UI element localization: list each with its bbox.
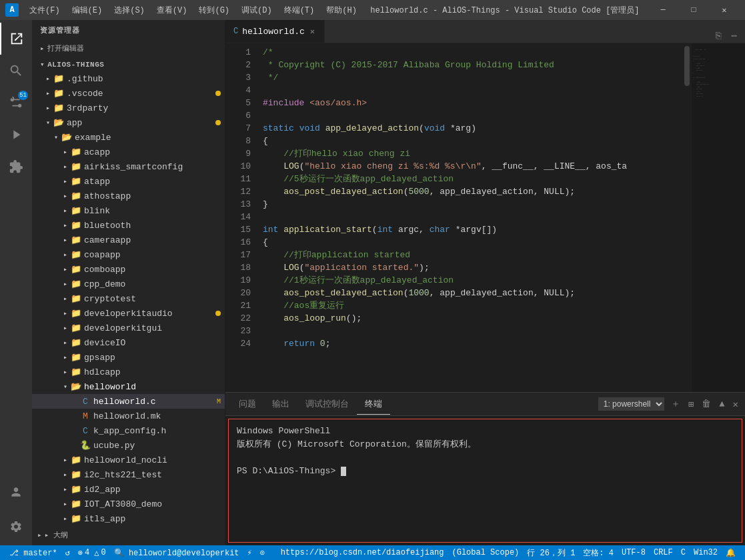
encoding-status[interactable]: UTF-8 <box>618 545 650 560</box>
sidebar-item-cpp-demo[interactable]: ▸ 📁 cpp_demo <box>32 277 225 291</box>
menu-select[interactable]: 选择(S) <box>109 3 150 17</box>
sidebar-item-vscode[interactable]: ▸ 📁 .vscode <box>32 86 225 101</box>
sidebar-item-i2c[interactable]: ▸ 📁 i2c_hts221_test <box>32 467 225 482</box>
sidebar-item-acapp[interactable]: ▸ 📁 acapp <box>32 145 225 159</box>
sidebar-item-3rdparty[interactable]: ▸ 📁 3rdparty <box>32 101 225 115</box>
errors-status[interactable]: ⊗ 4 △ 0 <box>74 545 110 560</box>
more-actions-button[interactable]: ⋯ <box>729 29 740 43</box>
kill-terminal-button[interactable]: 🗑 <box>700 397 712 411</box>
folder-icon: 📁 <box>71 499 81 509</box>
close-button[interactable]: ✕ <box>709 0 740 20</box>
sidebar-item-airkiss[interactable]: ▸ 📁 airkiss_smartconfig <box>32 159 225 174</box>
sidebar-item-helloworld-c[interactable]: ▸ C helloworld.c M <box>32 394 225 409</box>
eol-status[interactable]: CRLF <box>650 545 677 560</box>
menu-terminal[interactable]: 终端(T) <box>279 3 320 17</box>
sidebar-item-k-app-config[interactable]: ▸ C k_app_config.h <box>32 423 225 438</box>
sidebar-item-cryptotest[interactable]: ▸ 📁 cryptotest <box>32 291 225 306</box>
tab-terminal[interactable]: 终端 <box>357 394 390 415</box>
extensions-activity-icon[interactable] <box>0 151 32 183</box>
sidebar-item-helloworld-mk[interactable]: ▸ M helloworld.mk <box>32 409 225 423</box>
menu-debug[interactable]: 调试(D) <box>236 3 277 17</box>
scrollbar-thumb[interactable] <box>684 46 690 86</box>
tab-debug-console[interactable]: 调试控制台 <box>297 394 357 415</box>
scope-status[interactable]: (Global Scope) <box>448 545 524 560</box>
sidebar-item-athostapp[interactable]: ▸ 📁 athostapp <box>32 189 225 203</box>
search-label: 🔍 helloworld@developerkit <box>114 548 239 558</box>
dirty-indicator <box>215 120 221 125</box>
blog-url-status[interactable]: https://blog.csdn.net/diaofeijiang <box>277 545 448 560</box>
activity-bar: 51 <box>0 20 32 545</box>
sidebar-item-itls[interactable]: ▸ 📁 itls_app <box>32 511 225 526</box>
git-branch-status[interactable]: ⎇ master* <box>5 545 61 560</box>
split-editor-button[interactable]: ⎘ <box>713 29 724 43</box>
build-status[interactable]: ⊙ <box>256 545 269 560</box>
tab-right-controls: ⎘ ⋯ <box>708 29 745 43</box>
sidebar-item-iot[interactable]: ▸ 📁 IOT_AT3080_demo <box>32 497 225 511</box>
git-activity-icon[interactable]: 51 <box>0 87 32 119</box>
sidebar-item-app[interactable]: ▾ 📂 app <box>32 115 225 130</box>
sidebar-item-blink[interactable]: ▸ 📁 blink <box>32 203 225 218</box>
menu-goto[interactable]: 转到(G) <box>193 3 235 17</box>
tab-close-button[interactable]: ✕ <box>309 25 316 38</box>
terminal-panel: 问题 输出 调试控制台 终端 1: powershell ＋ ⊞ 🗑 ▲ ✕ W… <box>225 392 745 545</box>
sidebar-item-cameraapp[interactable]: ▸ 📁 cameraapp <box>32 233 225 247</box>
maximize-button[interactable]: □ <box>678 0 709 20</box>
lightning-status[interactable]: ⚡ <box>243 545 256 560</box>
sidebar-item-example[interactable]: ▾ 📂 example <box>32 130 225 145</box>
minimize-button[interactable]: ─ <box>648 0 678 20</box>
search-activity-icon[interactable] <box>0 55 32 87</box>
folder-icon: 📁 <box>71 191 81 201</box>
sidebar-item-hdlcapp[interactable]: ▸ 📁 hdlcapp <box>32 365 225 379</box>
sidebar-item-gpsapp[interactable]: ▸ 📁 gpsapp <box>32 350 225 365</box>
indent-status[interactable]: 空格: 4 <box>579 545 618 560</box>
tab-output[interactable]: 输出 <box>264 394 297 415</box>
tab-helloworld-c[interactable]: C helloworld.c ✕ <box>225 20 325 43</box>
menu-file[interactable]: 文件(F) <box>24 3 65 17</box>
menu-edit[interactable]: 编辑(E) <box>67 3 108 17</box>
folder-icon: 📁 <box>71 279 81 289</box>
cursor-position-status[interactable]: 行 26，列 1 <box>523 545 579 560</box>
folder-arrow: ▸ <box>60 207 71 215</box>
code-content[interactable]: /* * Copyright (C) 2015-2017 Alibaba Gro… <box>257 43 682 392</box>
folder-arrow: ▸ <box>60 163 71 171</box>
sidebar-item-helloworld[interactable]: ▾ 📂 helloworld <box>32 379 225 394</box>
maximize-panel-button[interactable]: ▲ <box>718 397 726 411</box>
sidebar-item-coapapp[interactable]: ▸ 📁 coapapp <box>32 247 225 262</box>
tab-problems[interactable]: 问题 <box>231 394 264 415</box>
search-status[interactable]: 🔍 helloworld@developerkit <box>110 545 243 560</box>
sidebar-item-ucube[interactable]: ▸ 🐍 ucube.py <box>32 438 225 453</box>
sidebar-item-bluetooth[interactable]: ▸ 📁 bluetooth <box>32 218 225 233</box>
menu-help[interactable]: 帮助(H) <box>321 3 362 17</box>
sidebar-item-outline[interactable]: ▸ ▸ 大纲 <box>32 527 225 542</box>
menu-view[interactable]: 查看(V) <box>151 3 193 17</box>
sync-status[interactable]: ↺ <box>61 545 74 560</box>
accounts-activity-icon[interactable] <box>0 476 32 508</box>
root-folder-label[interactable]: ▾ ALIOS-THINGS <box>32 57 225 71</box>
language-status[interactable]: C <box>677 545 690 560</box>
terminal-content[interactable]: Windows PowerShell 版权所有 (C) Microsoft Co… <box>228 419 742 543</box>
sidebar-item-id2app[interactable]: ▸ 📁 id2_app <box>32 482 225 497</box>
explorer-activity-icon[interactable] <box>0 23 32 55</box>
git-badge: 51 <box>18 91 28 100</box>
sidebar-item-helloworld-nocli[interactable]: ▸ 📁 helloworld_nocli <box>32 453 225 467</box>
code-editor[interactable]: 12345 678910 1112131415 1617181920 21222… <box>225 43 745 392</box>
notification-status[interactable]: 🔔 <box>722 545 740 560</box>
close-panel-button[interactable]: ✕ <box>732 397 740 411</box>
sidebar-item-deviceio[interactable]: ▸ 📁 deviceIO <box>32 335 225 350</box>
sidebar-item-atapp[interactable]: ▸ 📁 atapp <box>32 174 225 189</box>
vertical-scrollbar[interactable] <box>682 43 692 392</box>
open-editors-section[interactable]: ▸ 打开编辑器 <box>32 41 225 56</box>
split-terminal-button[interactable]: ⊞ <box>687 397 695 411</box>
platform-status[interactable]: Win32 <box>690 545 722 560</box>
sidebar-item-developerkitaudio[interactable]: ▸ 📁 developerkitaudio <box>32 306 225 321</box>
settings-activity-icon[interactable] <box>0 511 32 543</box>
folder-icon: 📁 <box>71 513 81 524</box>
sidebar-item-comboapp[interactable]: ▸ 📁 comboapp <box>32 262 225 277</box>
debug-activity-icon[interactable] <box>0 119 32 151</box>
add-terminal-button[interactable]: ＋ <box>670 397 682 411</box>
sidebar-item-github[interactable]: ▸ 📁 .github <box>32 71 225 86</box>
sidebar-item-developerkitgui[interactable]: ▸ 📁 developerkitgui <box>32 321 225 335</box>
folder-label: coapapp <box>84 250 225 260</box>
terminal-selector[interactable]: 1: powershell <box>598 397 664 411</box>
folder-label: cpp_demo <box>84 279 225 289</box>
